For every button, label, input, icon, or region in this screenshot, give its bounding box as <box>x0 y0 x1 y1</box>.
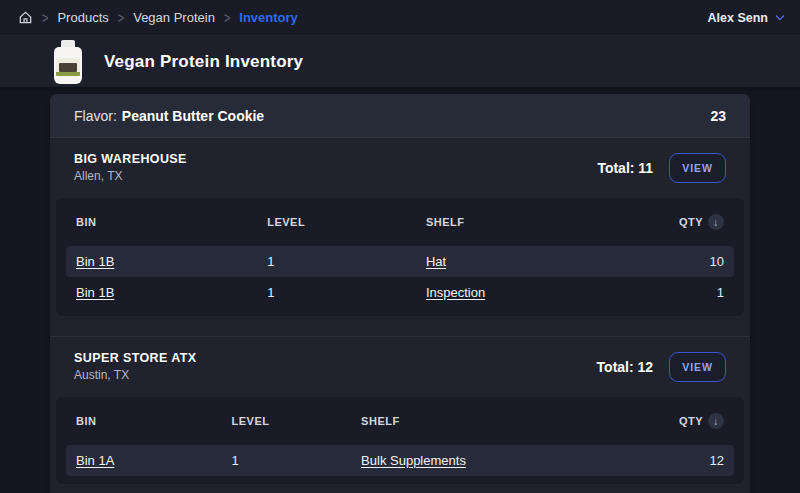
warehouse-location: Allen, TX <box>74 169 187 183</box>
breadcrumb: > Products > Vegan Protein > Inventory <box>18 10 298 25</box>
column-header-shelf: SHELF <box>426 216 644 228</box>
breadcrumb-separator: > <box>118 10 124 26</box>
user-name: Alex Senn <box>708 11 768 25</box>
page-title: Vegan Protein Inventory <box>104 52 303 72</box>
breadcrumb-separator: > <box>224 10 230 26</box>
column-header-level: LEVEL <box>232 415 362 427</box>
qty-value: 12 <box>644 453 724 468</box>
level-value: 1 <box>267 285 426 300</box>
flavor-total-count: 23 <box>710 108 726 124</box>
breadcrumb-item-products[interactable]: Products <box>57 10 108 25</box>
total-value: 11 <box>638 160 653 176</box>
inventory-card: Flavor:Peanut Butter Cookie 23 BIG WAREH… <box>50 94 750 493</box>
breadcrumb-item-inventory[interactable]: Inventory <box>239 10 298 25</box>
column-header-level: LEVEL <box>267 216 426 228</box>
flavor-name: Peanut Butter Cookie <box>122 108 264 124</box>
chevron-down-icon <box>775 11 785 21</box>
total-label: Total: <box>597 160 634 176</box>
bin-link[interactable]: Bin 1A <box>76 453 114 468</box>
view-button[interactable]: VIEW <box>669 153 726 183</box>
column-header-qty: QTY <box>679 216 703 228</box>
warehouse-section-big-warehouse: BIG WAREHOUSE Allen, TX Total: 11 VIEW B… <box>50 138 750 336</box>
total-label: Total: <box>597 359 634 375</box>
column-header-bin: BIN <box>76 415 232 427</box>
inventory-table: BIN LEVEL SHELF QTY ↓ Bin 1B 1 Hat 10 Bi… <box>56 198 744 316</box>
level-value: 1 <box>267 254 426 269</box>
bin-link[interactable]: Bin 1B <box>76 285 114 300</box>
view-button[interactable]: VIEW <box>669 352 726 382</box>
product-image <box>52 40 84 84</box>
warehouse-name: BIG WAREHOUSE <box>74 152 187 166</box>
inventory-table: BIN LEVEL SHELF QTY ↓ Bin 1A 1 Bulk Supp… <box>56 397 744 484</box>
sort-descending-icon[interactable]: ↓ <box>708 214 724 230</box>
bin-link[interactable]: Bin 1B <box>76 254 114 269</box>
flavor-header: Flavor:Peanut Butter Cookie 23 <box>50 94 750 138</box>
shelf-link[interactable]: Hat <box>426 254 446 269</box>
warehouse-location: Austin, TX <box>74 368 196 382</box>
total-value: 12 <box>638 359 654 375</box>
qty-value: 10 <box>644 254 724 269</box>
column-header-qty: QTY <box>679 415 703 427</box>
shelf-link[interactable]: Bulk Supplements <box>361 453 466 468</box>
table-row: Bin 1A 1 Bulk Supplements 12 <box>66 445 734 476</box>
page-header: Vegan Protein Inventory <box>0 36 800 88</box>
top-bar: > Products > Vegan Protein > Inventory A… <box>0 0 800 36</box>
table-header-row: BIN LEVEL SHELF QTY ↓ <box>56 397 744 445</box>
column-header-shelf: SHELF <box>361 415 644 427</box>
table-row: Bin 1B 1 Hat 10 <box>66 246 734 277</box>
user-menu[interactable]: Alex Senn <box>708 11 782 25</box>
flavor-label: Flavor: <box>74 108 117 124</box>
table-row: Bin 1B 1 Inspection 1 <box>66 277 734 308</box>
sort-descending-icon[interactable]: ↓ <box>708 413 724 429</box>
column-header-bin: BIN <box>76 216 267 228</box>
breadcrumb-item-vegan-protein[interactable]: Vegan Protein <box>133 10 215 25</box>
main-content: Flavor:Peanut Butter Cookie 23 BIG WAREH… <box>0 88 800 493</box>
home-icon[interactable] <box>18 10 33 25</box>
breadcrumb-separator: > <box>42 10 48 26</box>
warehouse-section-super-store-atx: SUPER STORE ATX Austin, TX Total: 12 VIE… <box>50 336 750 493</box>
shelf-link[interactable]: Inspection <box>426 285 485 300</box>
table-header-row: BIN LEVEL SHELF QTY ↓ <box>56 198 744 246</box>
level-value: 1 <box>232 453 362 468</box>
flavor-label-group: Flavor:Peanut Butter Cookie <box>74 108 264 124</box>
warehouse-name: SUPER STORE ATX <box>74 351 196 365</box>
qty-value: 1 <box>644 285 724 300</box>
